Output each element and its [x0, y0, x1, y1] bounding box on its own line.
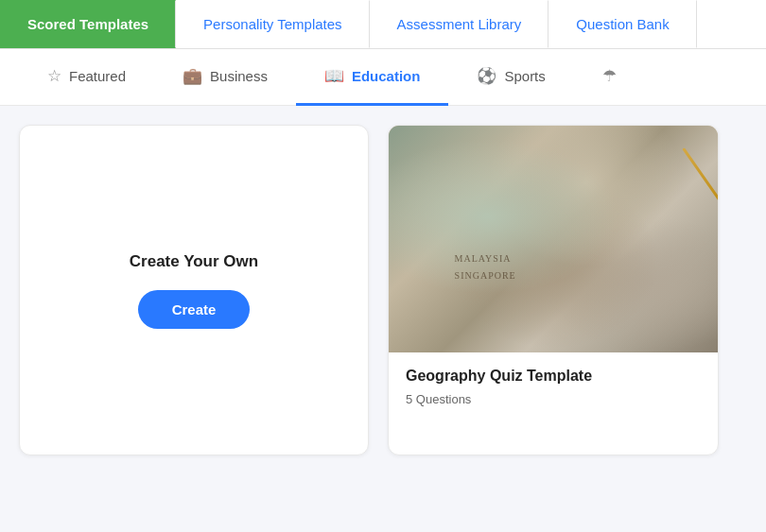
- template-card-image: [389, 126, 718, 352]
- star-icon: ☆: [47, 66, 61, 86]
- tab-scored[interactable]: Scored Templates: [0, 0, 176, 48]
- cat-label-education: Education: [352, 68, 421, 84]
- category-nav: ☆ Featured 💼 Business 📖 Education ⚽ Spor…: [0, 49, 766, 106]
- main-content: Create Your Own Create Geography Quiz Te…: [0, 106, 766, 484]
- book-icon: 📖: [324, 66, 344, 86]
- cat-tab-business[interactable]: 💼 Business: [154, 49, 296, 106]
- map-image: [389, 126, 718, 352]
- cat-label-business: Business: [210, 68, 268, 84]
- template-card-title: Geography Quiz Template: [406, 368, 701, 385]
- tab-personality[interactable]: Personality Templates: [176, 0, 369, 48]
- cat-tab-featured[interactable]: ☆ Featured: [19, 49, 154, 106]
- cat-tab-sports[interactable]: ⚽ Sports: [448, 49, 573, 106]
- briefcase-icon: 💼: [183, 66, 202, 86]
- create-your-own-card: Create Your Own Create: [19, 125, 369, 455]
- template-card-meta: 5 Questions: [406, 392, 701, 406]
- cat-label-featured: Featured: [69, 68, 126, 84]
- template-card-geography[interactable]: Geography Quiz Template 5 Questions: [388, 125, 719, 455]
- top-nav: Scored Templates Personality Templates A…: [0, 0, 766, 49]
- sports-icon: ⚽: [477, 66, 496, 86]
- create-button[interactable]: Create: [138, 290, 251, 329]
- tab-library[interactable]: Assessment Library: [370, 0, 549, 48]
- template-card-body: Geography Quiz Template 5 Questions: [389, 352, 718, 455]
- create-card-title: Create Your Own: [130, 252, 258, 271]
- umbrella-icon: ☂: [602, 66, 617, 86]
- cat-tab-more[interactable]: ☂: [574, 49, 645, 106]
- tab-question-bank[interactable]: Question Bank: [548, 0, 696, 48]
- cards-container: Create Your Own Create Geography Quiz Te…: [19, 125, 747, 455]
- cat-tab-education[interactable]: 📖 Education: [296, 49, 449, 106]
- cat-label-sports: Sports: [504, 68, 545, 84]
